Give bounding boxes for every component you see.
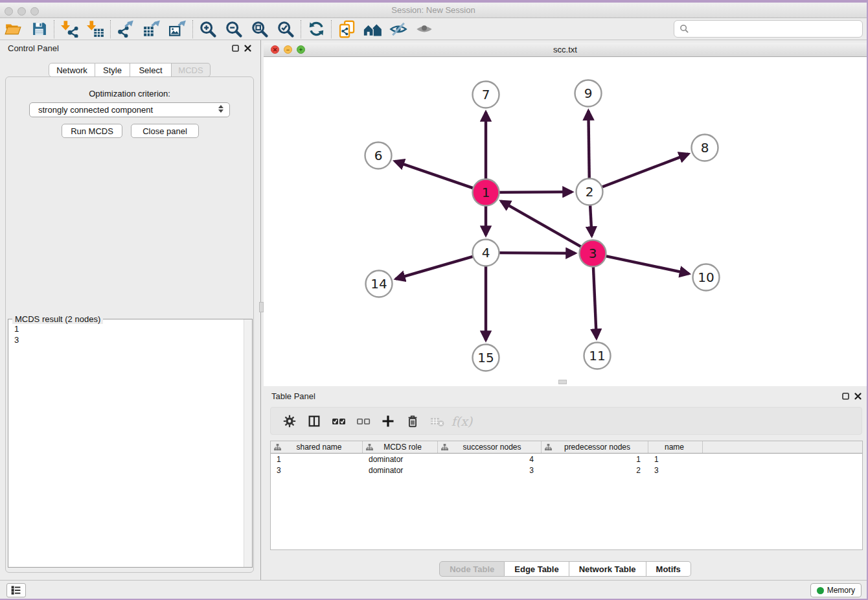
node-2[interactable]: 2 xyxy=(577,179,603,205)
tab-motifs[interactable]: Motifs xyxy=(646,561,691,577)
export-table-icon xyxy=(143,20,161,38)
tab-network-table[interactable]: Network Table xyxy=(569,561,646,577)
cell-successor-nodes[interactable]: 3 xyxy=(438,466,542,475)
node-14[interactable]: 14 xyxy=(366,271,393,297)
cell-name[interactable]: 1 xyxy=(648,455,703,464)
hide-selected-button[interactable] xyxy=(385,19,411,40)
edge-2-3[interactable] xyxy=(590,204,592,236)
toolbar-separator xyxy=(54,20,54,38)
refresh-layout-button[interactable] xyxy=(303,19,329,40)
clone-network-icon xyxy=(337,20,356,38)
table-settings-button[interactable] xyxy=(277,410,302,433)
cell-mcds-role[interactable]: dominator xyxy=(363,455,438,464)
export-image-button[interactable] xyxy=(165,19,190,40)
column-header-shared-name[interactable]: shared name xyxy=(271,441,363,453)
node-1[interactable]: 1 xyxy=(473,179,499,206)
tab-node-table[interactable]: Node Table xyxy=(439,561,505,577)
task-history-button[interactable] xyxy=(6,583,26,597)
column-header-name[interactable]: name xyxy=(648,441,703,453)
import-network-button[interactable] xyxy=(56,19,82,40)
run-mcds-button[interactable]: Run MCDS xyxy=(62,124,122,138)
node-15[interactable]: 15 xyxy=(473,345,499,371)
delete-row-button[interactable] xyxy=(400,410,425,433)
cell-shared-name[interactable]: 3 xyxy=(271,466,363,475)
table-row[interactable]: 1 dominator 4 1 1 xyxy=(271,454,862,465)
add-row-button[interactable] xyxy=(376,410,400,433)
tab-edge-table[interactable]: Edge Table xyxy=(505,561,569,577)
float-panel-icon[interactable] xyxy=(842,393,849,400)
cell-predecessor-nodes[interactable]: 2 xyxy=(542,466,648,475)
split-columns-icon xyxy=(307,414,321,428)
cell-mcds-role[interactable]: dominator xyxy=(363,466,438,475)
tab-network[interactable]: Network xyxy=(49,63,95,77)
hierarchy-icon xyxy=(441,444,448,451)
node-10[interactable]: 10 xyxy=(693,264,720,291)
function-builder-button[interactable]: f(x) xyxy=(450,410,474,433)
criterion-dropdown[interactable]: strongly connected component xyxy=(29,102,230,117)
show-all-networks-button[interactable] xyxy=(360,19,385,40)
edge-4-3[interactable] xyxy=(498,253,575,253)
float-panel-icon[interactable] xyxy=(232,45,239,52)
tab-mcds[interactable]: MCDS xyxy=(172,63,211,77)
zoom-selected-button[interactable] xyxy=(273,19,299,40)
edge-3-11[interactable] xyxy=(593,266,597,338)
node-11[interactable]: 11 xyxy=(584,343,611,369)
table-panel-title: Table Panel xyxy=(271,391,315,401)
export-table-button[interactable] xyxy=(139,19,165,40)
node-9[interactable]: 9 xyxy=(575,80,602,107)
delete-table-button[interactable] xyxy=(425,410,450,433)
node-7[interactable]: 7 xyxy=(473,82,499,108)
search-field[interactable] xyxy=(674,20,863,38)
cell-shared-name[interactable]: 1 xyxy=(271,455,363,464)
search-input[interactable] xyxy=(689,23,862,36)
close-panel-button[interactable]: Close panel xyxy=(131,124,199,138)
column-header-successor-nodes[interactable]: successor nodes xyxy=(438,441,542,453)
node-8[interactable]: 8 xyxy=(692,135,718,161)
save-session-button[interactable] xyxy=(26,19,52,40)
edge-1-2[interactable] xyxy=(498,192,572,192)
show-selected-button[interactable] xyxy=(411,19,437,40)
column-header-predecessor-nodes[interactable]: predecessor nodes xyxy=(542,441,648,453)
clear-selection-icon xyxy=(356,413,371,429)
select-all-button[interactable] xyxy=(326,410,351,433)
divider-grip[interactable] xyxy=(259,302,264,312)
network-window-title-bar: ✕ − + scc.txt xyxy=(264,43,867,57)
tab-select[interactable]: Select xyxy=(130,63,172,77)
memory-button[interactable]: Memory xyxy=(810,583,862,597)
network-resize-grip[interactable] xyxy=(558,380,567,384)
tab-style[interactable]: Style xyxy=(95,63,130,77)
result-scrollbar[interactable] xyxy=(244,319,252,567)
cell-predecessor-nodes[interactable]: 1 xyxy=(542,455,648,464)
zoom-fit-button[interactable] xyxy=(247,19,273,40)
export-network-button[interactable] xyxy=(113,19,139,40)
clone-network-button[interactable] xyxy=(334,19,360,40)
network-canvas[interactable]: 7968124314101511 xyxy=(264,57,867,384)
result-line[interactable]: 3 xyxy=(9,334,243,345)
control-panel-header: Control Panel xyxy=(0,40,259,56)
node-3[interactable]: 3 xyxy=(580,240,606,267)
result-line[interactable]: 1 xyxy=(9,323,243,334)
edge-3-1[interactable] xyxy=(501,201,582,247)
node-6[interactable]: 6 xyxy=(365,143,392,169)
edge-1-6[interactable] xyxy=(395,161,474,189)
zoom-in-button[interactable] xyxy=(195,19,221,40)
column-header-mcds-role[interactable]: MCDS role xyxy=(363,441,438,453)
edge-3-10[interactable] xyxy=(605,256,689,273)
trash-icon xyxy=(405,414,420,428)
import-table-button[interactable] xyxy=(82,19,108,40)
node-4[interactable]: 4 xyxy=(473,240,499,266)
zoom-out-button[interactable] xyxy=(221,19,247,40)
edge-2-9[interactable] xyxy=(588,111,589,179)
edge-4-14[interactable] xyxy=(396,256,474,279)
panel-divider[interactable] xyxy=(259,40,264,580)
node-label: 6 xyxy=(374,148,383,163)
table-row[interactable]: 3 dominator 3 2 3 xyxy=(271,465,862,476)
open-session-button[interactable] xyxy=(0,19,26,40)
split-columns-button[interactable] xyxy=(302,410,326,433)
cell-successor-nodes[interactable]: 4 xyxy=(438,455,542,464)
close-panel-icon[interactable] xyxy=(244,45,251,52)
edge-2-8[interactable] xyxy=(601,154,689,188)
clear-selection-button[interactable] xyxy=(351,410,376,433)
close-panel-icon[interactable] xyxy=(854,393,862,400)
cell-name[interactable]: 3 xyxy=(648,466,703,475)
